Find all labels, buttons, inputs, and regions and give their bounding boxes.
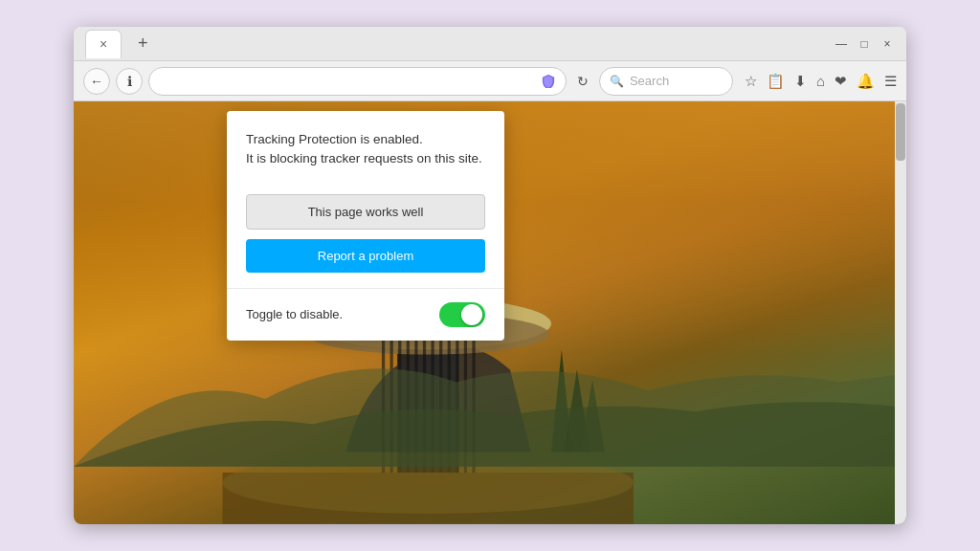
notifications-icon[interactable]: 🔔 (857, 73, 875, 90)
tracking-protection-popup: Tracking Protection is enabled. It is bl… (227, 111, 504, 341)
pocket-icon[interactable]: ❤ (835, 73, 847, 90)
search-icon: 🔍 (610, 75, 624, 88)
title-bar: × + — □ × (74, 27, 906, 61)
back-button[interactable]: ← (83, 68, 110, 95)
toggle-label-text: Toggle to disable. (246, 307, 343, 321)
bookmarks-star-icon[interactable]: ☆ (745, 73, 757, 90)
back-icon: ← (90, 74, 103, 89)
tab-close-icon[interactable]: × (100, 37, 107, 51)
reload-button[interactable]: ↻ (572, 71, 593, 92)
report-problem-button[interactable]: Report a problem (246, 239, 485, 273)
new-tab-button[interactable]: + (129, 31, 156, 57)
address-bar[interactable] (148, 67, 567, 96)
scrollbar[interactable] (895, 101, 906, 524)
browser-window: × + — □ × ← ℹ ↻ 🔍 (74, 27, 906, 524)
close-button[interactable]: × (880, 36, 895, 52)
tracking-line1: Tracking Protection is enabled. (246, 132, 423, 146)
reload-icon: ↻ (577, 74, 589, 89)
works-well-button[interactable]: This page works well (246, 194, 485, 230)
maximize-button[interactable]: □ (857, 36, 872, 52)
minimize-button[interactable]: — (834, 36, 849, 52)
popup-header: Tracking Protection is enabled. It is bl… (227, 111, 504, 185)
popup-footer: Toggle to disable. (227, 288, 504, 341)
scrollbar-thumb[interactable] (896, 103, 905, 161)
toggle-switch[interactable] (439, 302, 485, 327)
menu-icon[interactable]: ☰ (884, 73, 897, 90)
bookmark-list-icon[interactable]: 📋 (767, 73, 785, 90)
popup-buttons: This page works well Report a problem (227, 185, 504, 288)
nav-bar: ← ℹ ↻ 🔍 Search ☆ 📋 ⬇ ⌂ ❤ (74, 61, 906, 101)
toggle-knob (461, 304, 482, 325)
search-bar[interactable]: 🔍 Search (599, 67, 733, 96)
tracking-protection-text: Tracking Protection is enabled. It is bl… (246, 130, 485, 169)
browser-tab[interactable]: × (85, 30, 122, 58)
info-button[interactable]: ℹ (116, 68, 143, 95)
search-placeholder: Search (630, 74, 669, 88)
tracking-line2: It is blocking tracker requests on this … (246, 151, 482, 165)
toolbar-icons: ☆ 📋 ⬇ ⌂ ❤ 🔔 ☰ (745, 73, 897, 90)
download-icon[interactable]: ⬇ (794, 73, 807, 90)
content-area: Tracking Protection is enabled. It is bl… (74, 101, 906, 524)
home-icon[interactable]: ⌂ (816, 73, 825, 89)
info-icon: ℹ (127, 74, 132, 89)
window-controls: — □ × (834, 36, 895, 52)
shield-icon (541, 74, 556, 89)
